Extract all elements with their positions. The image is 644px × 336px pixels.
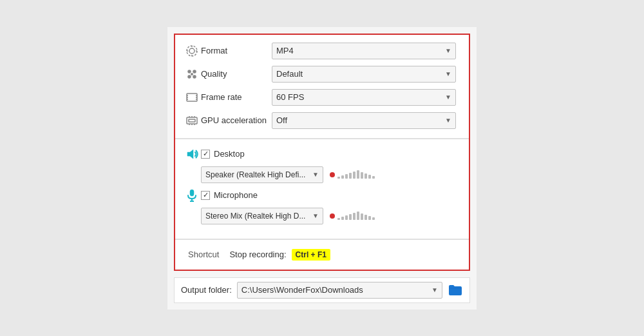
microphone-checkbox[interactable]: [201, 191, 210, 200]
framerate-dropdown[interactable]: 60 FPS ▼: [272, 89, 456, 106]
desktop-device-dropdown[interactable]: Speaker (Realtek High Defi... ▼: [201, 166, 323, 183]
microphone-device-row: Stereo Mix (Realtek High D... ▼: [201, 208, 456, 224]
desktop-volume-bar: [330, 170, 375, 179]
gpu-icon: [183, 114, 201, 127]
shortcut-row: Shortcut Stop recording: Ctrl + F1: [188, 249, 456, 261]
video-settings-section: Format MP4 ▼: [175, 35, 469, 139]
desktop-checkbox[interactable]: [201, 150, 210, 159]
browse-folder-button[interactable]: [448, 282, 463, 298]
svg-point-6: [188, 70, 191, 73]
svg-marker-26: [187, 150, 193, 159]
output-folder-dropdown[interactable]: C:\Users\WonderFox\Downloads ▼: [237, 282, 442, 299]
format-value: MP4: [276, 46, 442, 55]
shortcut-key-display: Ctrl + F1: [292, 249, 330, 261]
svg-rect-11: [187, 94, 197, 101]
gpu-value: Off: [276, 115, 442, 125]
microphone-checkbox-wrap[interactable]: [201, 191, 210, 200]
svg-point-0: [189, 48, 194, 54]
microphone-label: Microphone: [214, 190, 258, 200]
desktop-audio-icon: [183, 147, 201, 161]
main-panel: Format MP4 ▼: [174, 34, 470, 271]
framerate-icon: [183, 91, 201, 104]
microphone-device-arrow-icon: ▼: [312, 212, 319, 219]
desktop-label: Desktop: [214, 149, 245, 159]
microphone-vol-indicator: [330, 213, 335, 219]
svg-point-9: [193, 75, 196, 78]
desktop-vol-bars: [337, 170, 375, 179]
format-dropdown[interactable]: MP4 ▼: [272, 43, 456, 59]
svg-rect-27: [190, 190, 194, 196]
microphone-volume-bar: [330, 212, 375, 220]
quality-label: Quality: [201, 69, 272, 79]
desktop-checkbox-wrap[interactable]: [201, 150, 210, 159]
svg-point-1: [187, 46, 197, 56]
quality-arrow-icon: ▼: [445, 70, 451, 77]
quality-value: Default: [276, 69, 442, 79]
svg-point-10: [191, 73, 193, 75]
framerate-label: Frame rate: [201, 92, 272, 102]
microphone-vol-bars: [337, 212, 375, 220]
desktop-device-arrow-icon: ▼: [312, 171, 319, 178]
microphone-device-text: Stereo Mix (Realtek High D...: [205, 212, 310, 221]
gpu-arrow-icon: ▼: [445, 117, 451, 124]
framerate-row: Frame rate 60 FPS ▼: [183, 89, 456, 106]
gpu-label: GPU acceleration: [201, 115, 272, 125]
format-arrow-icon: ▼: [445, 47, 451, 54]
output-folder-path: C:\Users\WonderFox\Downloads: [242, 285, 429, 295]
svg-point-8: [188, 75, 191, 78]
quality-icon: [183, 68, 201, 81]
desktop-device-text: Speaker (Realtek High Defi...: [205, 170, 310, 179]
framerate-arrow-icon: ▼: [445, 94, 451, 101]
microphone-icon: [183, 188, 201, 203]
desktop-vol-indicator: [330, 172, 335, 177]
shortcut-section: Shortcut Stop recording: Ctrl + F1: [175, 240, 469, 270]
stop-recording-label: Stop recording:: [229, 250, 286, 259]
format-label: Format: [201, 46, 272, 55]
format-row: Format MP4 ▼: [183, 43, 456, 59]
output-folder-row: Output folder: C:\Users\WonderFox\Downlo…: [174, 277, 470, 303]
quality-dropdown[interactable]: Default ▼: [272, 66, 456, 83]
svg-rect-19: [189, 119, 195, 122]
audio-section: Desktop Speaker (Realtek High Defi... ▼: [175, 139, 469, 240]
format-icon: [183, 44, 201, 57]
gpu-row: GPU acceleration Off ▼: [183, 112, 456, 129]
svg-point-7: [193, 70, 196, 73]
microphone-audio-row: Microphone: [183, 188, 456, 203]
shortcut-label: Shortcut: [188, 250, 219, 259]
desktop-device-row: Speaker (Realtek High Defi... ▼: [201, 166, 456, 183]
quality-row: Quality Default ▼: [183, 66, 456, 83]
framerate-value: 60 FPS: [276, 92, 442, 102]
microphone-device-dropdown[interactable]: Stereo Mix (Realtek High D... ▼: [201, 208, 323, 224]
gpu-dropdown[interactable]: Off ▼: [272, 112, 456, 129]
output-folder-label: Output folder:: [181, 285, 232, 295]
output-folder-arrow-icon: ▼: [431, 286, 438, 293]
desktop-audio-row: Desktop: [183, 147, 456, 161]
